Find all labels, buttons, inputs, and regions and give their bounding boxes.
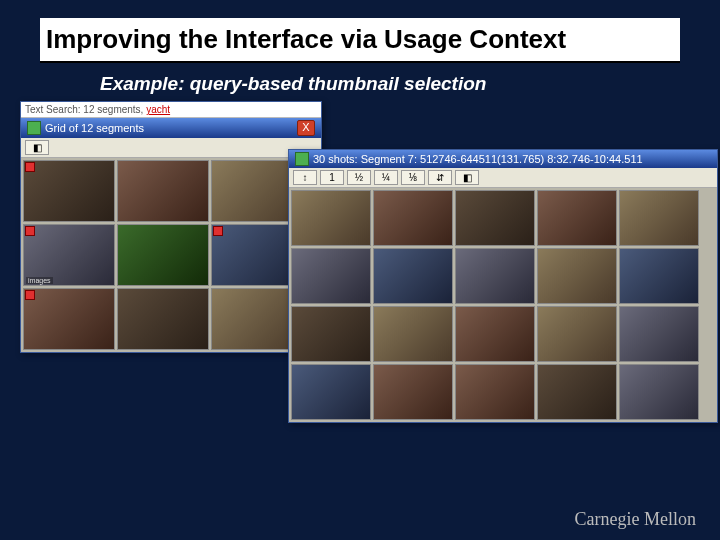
close-button[interactable]: X <box>297 120 315 136</box>
thumbnail[interactable] <box>23 288 115 350</box>
window-a-toolbar: ◧ <box>21 138 321 158</box>
zoom-button[interactable]: ⅛ <box>401 170 425 185</box>
brand-logo: Carnegie Mellon <box>575 509 696 530</box>
thumbnail[interactable]: images <box>23 224 115 286</box>
thumbnail[interactable] <box>619 364 699 420</box>
thumbnail[interactable] <box>373 306 453 362</box>
thumbnail[interactable] <box>291 306 371 362</box>
thumbnail[interactable] <box>291 364 371 420</box>
thumbnail[interactable] <box>537 306 617 362</box>
select-marker-icon <box>25 226 35 236</box>
thumbnail[interactable] <box>537 364 617 420</box>
thumbnail[interactable] <box>619 248 699 304</box>
select-marker-icon <box>25 162 35 172</box>
search-status-text: Text Search: 12 segments, <box>25 104 143 115</box>
window-b-toolbar: ↕1½¼⅛⇵◧ <box>289 168 717 188</box>
zoom-button[interactable]: ⇵ <box>428 170 452 185</box>
thumbnail[interactable] <box>117 160 209 222</box>
thumbnail-grid-b <box>289 188 717 422</box>
zoom-button[interactable]: ↕ <box>293 170 317 185</box>
thumbnail[interactable] <box>455 190 535 246</box>
thumbnail[interactable] <box>117 224 209 286</box>
window-b-titlebar[interactable]: 30 shots: Segment 7: 512746-644511(131.7… <box>289 150 717 168</box>
window-b-title: 30 shots: Segment 7: 512746-644511(131.7… <box>313 153 643 165</box>
thumbnail[interactable] <box>455 306 535 362</box>
zoom-button[interactable]: 1 <box>320 170 344 185</box>
subtitle: Example: query-based thumbnail selection <box>100 73 720 95</box>
tool-button[interactable]: ◧ <box>25 140 49 155</box>
thumbnail[interactable] <box>537 190 617 246</box>
thumbnail[interactable] <box>455 364 535 420</box>
search-query: yacht <box>146 104 170 115</box>
info-icon <box>27 121 41 135</box>
window-a-title: Grid of 12 segments <box>45 122 144 134</box>
window-grid-segments: Text Search: 12 segments, yacht Grid of … <box>20 101 322 353</box>
thumbnail[interactable] <box>455 248 535 304</box>
thumbnail[interactable] <box>373 364 453 420</box>
info-icon <box>295 152 309 166</box>
window-shot-segment: 30 shots: Segment 7: 512746-644511(131.7… <box>288 149 718 423</box>
window-a-titlebar[interactable]: Grid of 12 segments X <box>21 118 321 138</box>
thumbnail[interactable] <box>291 248 371 304</box>
thumbnail[interactable] <box>373 190 453 246</box>
thumbnail[interactable] <box>537 248 617 304</box>
thumbnail[interactable] <box>291 190 371 246</box>
thumbnail-tag: images <box>26 277 53 284</box>
search-status-bar: Text Search: 12 segments, yacht <box>21 102 321 118</box>
thumbnail[interactable] <box>619 190 699 246</box>
thumbnail-grid-a: images <box>21 158 321 352</box>
stage: Text Search: 12 segments, yacht Grid of … <box>20 101 700 441</box>
page-title: Improving the Interface via Usage Contex… <box>40 18 680 63</box>
thumbnail[interactable] <box>117 288 209 350</box>
zoom-button[interactable]: ◧ <box>455 170 479 185</box>
select-marker-icon <box>213 226 223 236</box>
zoom-button[interactable]: ¼ <box>374 170 398 185</box>
zoom-button[interactable]: ½ <box>347 170 371 185</box>
thumbnail[interactable] <box>619 306 699 362</box>
select-marker-icon <box>25 290 35 300</box>
thumbnail[interactable] <box>23 160 115 222</box>
thumbnail[interactable] <box>373 248 453 304</box>
